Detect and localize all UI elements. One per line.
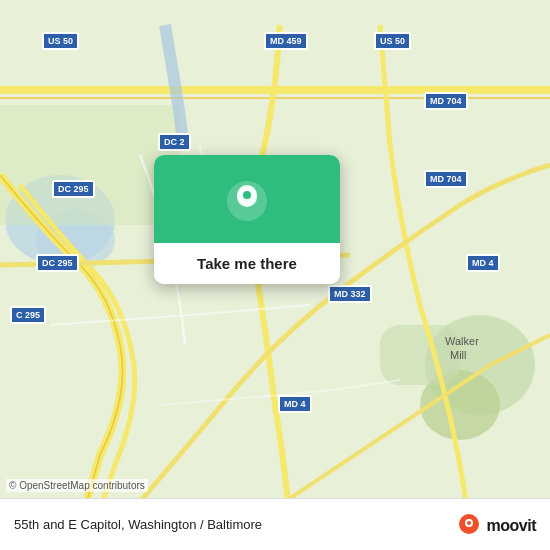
road-sign-md332: MD 332 — [328, 285, 372, 303]
svg-text:Mill: Mill — [450, 349, 467, 361]
road-sign-md459: MD 459 — [264, 32, 308, 50]
moovit-pin-icon — [455, 512, 483, 540]
map-attribution: © OpenStreetMap contributors — [6, 479, 148, 492]
road-sign-dc295-mid: DC 295 — [36, 254, 79, 272]
location-label: 55th and E Capitol, Washington / Baltimo… — [14, 517, 262, 532]
road-sign-dc295-top: DC 295 — [52, 180, 95, 198]
road-sign-md4-right: MD 4 — [466, 254, 500, 272]
svg-text:Walker: Walker — [445, 335, 479, 347]
moovit-text: moovit — [487, 517, 536, 535]
map-container: Walker Mill US 50 US 50 MD 459 MD 704 MD… — [0, 0, 550, 550]
road-sign-md704-top: MD 704 — [424, 92, 468, 110]
location-pin-icon — [223, 177, 271, 225]
road-sign-us50-left: US 50 — [42, 32, 79, 50]
moovit-logo: moovit — [455, 512, 536, 540]
popup-green-header — [154, 155, 340, 243]
road-sign-dc2: DC 2 — [158, 133, 191, 151]
svg-point-15 — [467, 521, 471, 525]
svg-point-12 — [243, 191, 251, 199]
road-sign-c295: C 295 — [10, 306, 46, 324]
bottom-bar: 55th and E Capitol, Washington / Baltimo… — [0, 498, 550, 550]
road-sign-md704-mid: MD 704 — [424, 170, 468, 188]
popup-card: Take me there — [154, 155, 340, 284]
road-sign-md4-bottom: MD 4 — [278, 395, 312, 413]
svg-rect-5 — [380, 325, 460, 385]
take-me-there-button[interactable]: Take me there — [154, 243, 340, 284]
road-sign-us50-right: US 50 — [374, 32, 411, 50]
